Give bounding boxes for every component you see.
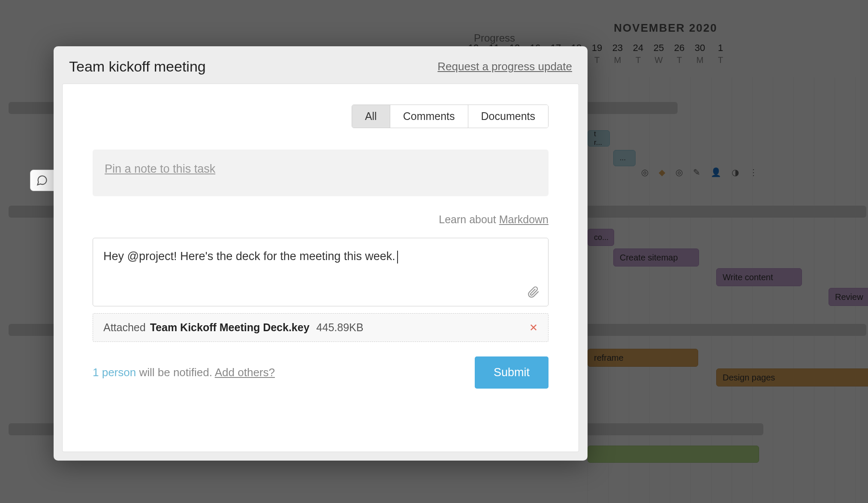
- calendar-month: NOVEMBER 2020: [463, 21, 868, 35]
- pin-note-area[interactable]: Pin a note to this task: [93, 150, 549, 196]
- pin-note-placeholder: Pin a note to this task: [105, 162, 215, 175]
- gantt-bar-design[interactable]: Design pages: [716, 368, 868, 386]
- remove-attachment-button[interactable]: ✕: [529, 322, 538, 334]
- paperclip-icon: [527, 286, 539, 298]
- add-others-link[interactable]: Add others?: [215, 366, 275, 379]
- comment-input[interactable]: Hey @project! Here's the deck for the me…: [93, 238, 549, 306]
- tab-documents[interactable]: Documents: [468, 105, 548, 128]
- gantt-grid: [588, 77, 868, 503]
- attachment-filename: Team Kickoff Meeting Deck.key: [150, 321, 310, 334]
- pencil-icon[interactable]: ✎: [693, 167, 700, 177]
- target-icon[interactable]: ◎: [641, 167, 648, 177]
- notify-count-link[interactable]: 1 person: [93, 366, 136, 379]
- markdown-hint: Learn about Markdown: [93, 213, 549, 226]
- task-modal: Team kickoff meeting Request a progress …: [54, 46, 588, 461]
- gantt-bar[interactable]: [588, 446, 759, 463]
- gantt-bar[interactable]: ...: [613, 150, 636, 166]
- tab-all[interactable]: All: [352, 105, 390, 128]
- notify-text: 1 person will be notified. Add others?: [93, 366, 275, 379]
- attachment-row: Attached Team Kickoff Meeting Deck.key 4…: [93, 313, 549, 342]
- submit-button[interactable]: Submit: [475, 356, 549, 389]
- gantt-bar[interactable]: co...: [588, 229, 614, 246]
- gantt-bar-review[interactable]: Review: [829, 288, 868, 306]
- gantt-bar-sitemap[interactable]: Create sitemap: [613, 249, 699, 266]
- clock-icon[interactable]: ◑: [732, 167, 739, 177]
- speech-bubble-icon: [36, 174, 48, 186]
- row-toolbar: ◎ ◆ ◎ ✎ 👤 ◑ ⋮: [641, 167, 758, 177]
- attachment-label: Attached: [103, 321, 146, 334]
- target-icon[interactable]: ◎: [675, 167, 683, 177]
- gantt-bar-write[interactable]: Write content: [716, 268, 802, 286]
- comment-bubble-button[interactable]: [30, 170, 54, 191]
- request-progress-link[interactable]: Request a progress update: [437, 60, 572, 73]
- person-icon[interactable]: 👤: [711, 167, 721, 177]
- diamond-icon[interactable]: ◆: [659, 167, 665, 177]
- tab-comments[interactable]: Comments: [390, 105, 468, 128]
- markdown-link[interactable]: Markdown: [499, 213, 549, 225]
- modal-title: Team kickoff meeting: [69, 58, 206, 75]
- gantt-bar[interactable]: t r...: [588, 130, 610, 147]
- attach-file-button[interactable]: [527, 286, 539, 300]
- text-cursor: [397, 251, 398, 263]
- comment-text: Hey @project! Here's the deck for the me…: [103, 249, 538, 287]
- more-icon[interactable]: ⋮: [749, 167, 758, 177]
- gantt-bar-reframe[interactable]: reframe: [588, 349, 698, 367]
- attachment-size: 445.89KB: [316, 321, 364, 334]
- tab-group: All Comments Documents: [352, 105, 549, 128]
